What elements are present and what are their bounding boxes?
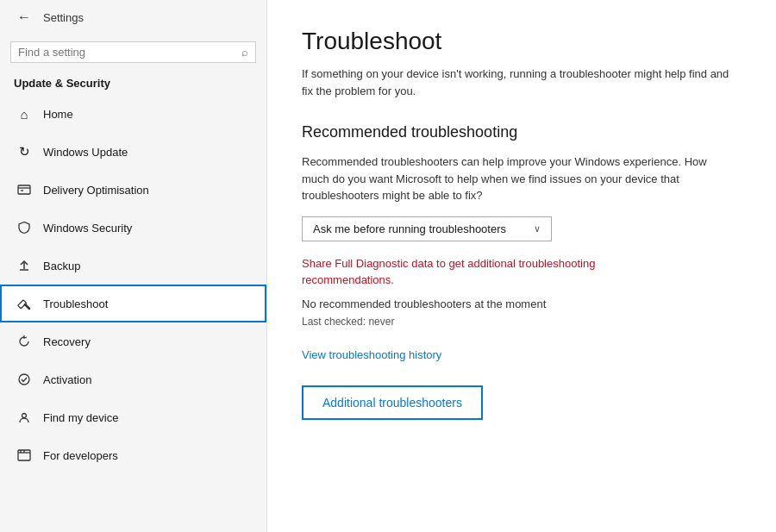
sidebar-section-title: Update & Security <box>0 70 266 95</box>
recommended-heading: Recommended troubleshooting <box>302 123 742 141</box>
recommended-body-text: Recommended troubleshooters can help imp… <box>302 153 707 204</box>
search-icon: ⌕ <box>241 46 248 59</box>
additional-troubleshooters-button[interactable]: Additional troubleshooters <box>302 385 483 420</box>
sidebar-item-label-delivery: Delivery Optimisation <box>43 184 149 197</box>
dropdown-value: Ask me before running troubleshooters <box>313 222 506 235</box>
last-checked-text: Last checked: never <box>302 316 742 328</box>
back-button[interactable]: ← <box>14 8 34 27</box>
sidebar-item-label-windows-update: Windows Update <box>43 146 128 159</box>
svg-point-7 <box>19 374 29 385</box>
search-input[interactable] <box>18 46 241 59</box>
chevron-down-icon: ∨ <box>534 223 541 235</box>
sidebar-item-label-security: Windows Security <box>43 222 132 235</box>
troubleshoot-icon <box>16 295 33 312</box>
sidebar-item-for-developers[interactable]: For developers <box>0 436 266 474</box>
sidebar-item-home[interactable]: ⌂ Home <box>0 95 266 133</box>
no-troubleshooters-text: No recommended troubleshooters at the mo… <box>302 297 742 310</box>
sidebar-item-delivery-optimisation[interactable]: Delivery Optimisation <box>0 171 266 209</box>
sidebar-item-activation[interactable]: Activation <box>0 360 266 398</box>
sidebar-item-label-backup: Backup <box>43 260 80 272</box>
developers-icon <box>16 447 33 464</box>
search-box[interactable]: ⌕ <box>10 41 256 63</box>
sidebar-item-windows-update[interactable]: ↻ Windows Update <box>0 133 266 171</box>
share-diagnostic-link[interactable]: Share Full Diagnostic data to get additi… <box>302 255 681 289</box>
back-icon: ← <box>17 9 31 24</box>
sidebar-item-label-activation: Activation <box>43 373 91 386</box>
sidebar: ← Settings ⌕ Update & Security ⌂ Home ↻ … <box>0 0 267 532</box>
troubleshooter-dropdown[interactable]: Ask me before running troubleshooters ∨ <box>302 216 552 241</box>
sidebar-item-troubleshoot[interactable]: Troubleshoot <box>0 285 266 322</box>
page-description: If something on your device isn't workin… <box>302 66 733 99</box>
page-title: Troubleshoot <box>302 28 742 55</box>
svg-line-6 <box>25 304 29 309</box>
sidebar-item-label-troubleshoot: Troubleshoot <box>43 297 108 310</box>
sidebar-item-backup[interactable]: Backup <box>0 247 266 285</box>
app-title: Settings <box>43 11 84 24</box>
recovery-icon <box>16 333 33 350</box>
find-device-icon <box>16 409 33 426</box>
backup-icon <box>16 257 33 274</box>
svg-point-8 <box>22 414 27 418</box>
sidebar-item-label-home: Home <box>43 108 73 121</box>
titlebar: ← Settings <box>0 0 266 34</box>
sidebar-item-label-recovery: Recovery <box>43 335 91 348</box>
main-content: Troubleshoot If something on your device… <box>267 0 776 532</box>
activation-icon <box>16 371 33 388</box>
delivery-icon <box>16 181 33 198</box>
home-icon: ⌂ <box>16 105 33 122</box>
view-history-link[interactable]: View troubleshooting history <box>302 348 742 361</box>
sidebar-item-recovery[interactable]: Recovery <box>0 322 266 360</box>
svg-rect-0 <box>18 185 30 194</box>
sidebar-item-windows-security[interactable]: Windows Security <box>0 209 266 247</box>
shield-icon <box>16 219 33 236</box>
sidebar-item-find-my-device[interactable]: Find my device <box>0 398 266 436</box>
sidebar-item-label-find-device: Find my device <box>43 411 118 424</box>
update-icon: ↻ <box>16 143 33 160</box>
sidebar-item-label-developers: For developers <box>43 449 118 462</box>
